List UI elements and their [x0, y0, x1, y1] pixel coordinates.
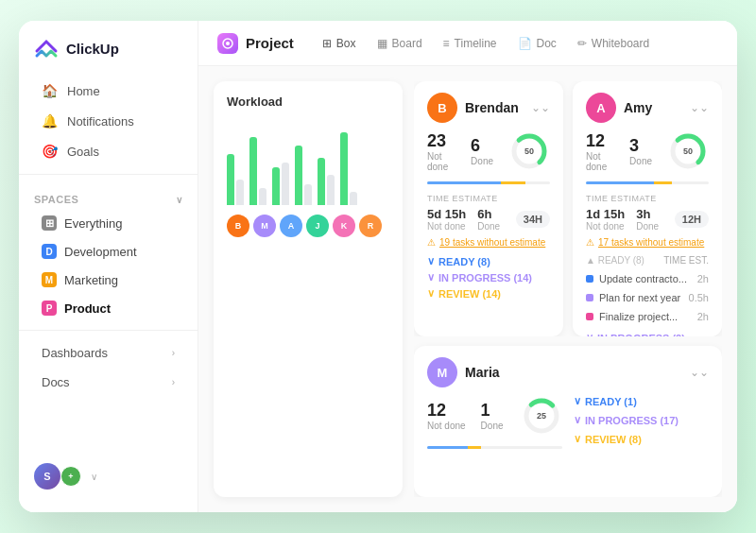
brendan-progress-yellow [501, 181, 525, 184]
brendan-stats: 23 Not done 6 Done [427, 130, 550, 172]
brendan-name: Brendan [465, 100, 519, 115]
sidebar-item-marketing[interactable]: M Marketing [26, 266, 190, 293]
bar-group-4 [295, 146, 312, 205]
brendan-ready-section[interactable]: ∨ READY (8) [427, 255, 550, 267]
amy-card: A Amy ⌄⌄ 12 Not done 3 [573, 81, 722, 336]
maria-review-section[interactable]: ∨ REVIEW (8) [574, 433, 709, 445]
amy-progress-yellow [654, 181, 673, 184]
tab-doc[interactable]: 📄 Doc [508, 31, 566, 56]
amy-time-est-header: TIME EST. [663, 255, 709, 266]
docs-label: Docs [42, 375, 70, 389]
everything-label: Everything [64, 216, 122, 231]
maria-inprogress-section[interactable]: ∨ IN PROGRESS (17) [574, 414, 709, 426]
amy-col-headers: ▲ READY (8) TIME EST. [586, 255, 709, 266]
maria-ready-section[interactable]: ∨ READY (1) [574, 395, 709, 407]
amy-time-badge: 12H [675, 211, 709, 228]
avatar-j: J [306, 215, 329, 237]
bar-gray-1 [236, 180, 244, 205]
tab-box[interactable]: ⊞ Box [313, 31, 366, 56]
bar-gray-3 [282, 163, 289, 205]
amy-task-name-1: Update contracto... [586, 273, 697, 284]
brendan-review-section[interactable]: ∨ REVIEW (14) [427, 287, 550, 300]
amy-task-name-3: Finalize project... [586, 311, 697, 322]
brendan-time-label: TIME ESTIMATE [427, 194, 550, 203]
nav-home[interactable]: 🏠 Home [26, 77, 190, 105]
brendan-expand-icon[interactable]: ⌄⌄ [531, 101, 550, 114]
bar-green-4 [295, 146, 302, 205]
amy-inprogress-section[interactable]: ∨ IN PROGRESS (2) [586, 332, 709, 336]
amy-chevron-ip: ∨ [586, 332, 593, 336]
chevron-inprogress: ∨ [427, 271, 435, 284]
amy-warning-icon: ⚠ [586, 237, 594, 248]
workload-card: Workload [214, 81, 403, 497]
amy-bottom-sections: ∨ IN PROGRESS (2) ∨ REVIEW (3) [586, 332, 709, 336]
nav-dashboards[interactable]: Dashboards › [26, 339, 190, 367]
goals-icon: 🎯 [42, 144, 58, 159]
avatar-brendan: B [227, 215, 249, 237]
user-avatar-primary: S [34, 463, 60, 490]
tab-whiteboard[interactable]: ✏ Whiteboard [568, 31, 659, 56]
chevron-ready: ∨ [427, 255, 435, 267]
workload-avatars: B M A J K R [227, 215, 389, 237]
top-bar: Project ⊞ Box ▦ Board ≡ Timeline 📄 Doc [198, 21, 737, 66]
sidebar-item-everything[interactable]: ⊞ Everything [26, 210, 190, 236]
brendan-header: B Brendan ⌄⌄ [427, 93, 550, 123]
doc-icon: 📄 [518, 37, 532, 50]
chevron-review: ∨ [427, 287, 435, 300]
user-chevron: ∨ [91, 472, 97, 482]
spaces-chevron[interactable]: ∨ [176, 195, 183, 205]
development-icon: D [42, 244, 57, 259]
brendan-done-time: 6h Done [477, 207, 500, 232]
brendan-card: B Brendan ⌄⌄ 23 Not done 6 [414, 81, 563, 336]
dashboards-label: Dashboards [42, 346, 108, 360]
amy-donut: 50 [667, 130, 709, 172]
amy-stats: 12 Not done 3 Done [586, 130, 709, 172]
brendan-inprogress-section[interactable]: ∨ IN PROGRESS (14) [427, 271, 550, 284]
nav-notifications-label: Notifications [67, 114, 134, 129]
bar-green-1 [227, 154, 234, 205]
brendan-time-badge: 34H [516, 211, 550, 228]
project-title: Project [217, 33, 294, 54]
bar-gray-6 [350, 192, 357, 205]
user-avatar-secondary: + [60, 466, 81, 487]
tab-board[interactable]: ▦ Board [368, 31, 432, 56]
nav-goals[interactable]: 🎯 Goals [26, 137, 190, 165]
bar-green-2 [249, 137, 257, 205]
home-icon: 🏠 [42, 83, 58, 98]
sidebar-item-product[interactable]: P Product [26, 295, 190, 321]
amy-ready-col-header: ▲ READY (8) [586, 255, 644, 266]
bar-group-3 [272, 163, 289, 205]
main-content: Project ⊞ Box ▦ Board ≡ Timeline 📄 Doc [198, 21, 737, 512]
nav-notifications[interactable]: 🔔 Notifications [26, 107, 190, 135]
amy-name: Amy [624, 100, 652, 115]
app-container: ClickUp 🏠 Home 🔔 Notifications 🎯 Goals S… [19, 21, 737, 512]
everything-icon: ⊞ [42, 215, 57, 231]
brendan-time-row: 5d 15h Not done 6h Done 34H [427, 207, 550, 232]
bar-gray-4 [304, 184, 312, 205]
bar-group-1 [227, 154, 244, 205]
maria-left: 12 Not done 1 Done [427, 395, 562, 458]
amy-task-2: Plan for next year 0.5h [586, 288, 709, 307]
project-icon [217, 33, 238, 54]
maria-expand-icon[interactable]: ⌄⌄ [690, 366, 709, 379]
tab-timeline[interactable]: ≡ Timeline [434, 31, 507, 56]
amy-warning: ⚠ 17 tasks without estimate [586, 237, 709, 248]
workload-title: Workload [227, 95, 389, 109]
product-icon: P [42, 301, 57, 316]
development-label: Development [64, 245, 137, 259]
nav-docs[interactable]: Docs › [26, 369, 190, 396]
logo[interactable]: ClickUp [19, 36, 198, 76]
project-label: Project [246, 35, 294, 51]
box-icon: ⊞ [322, 37, 332, 50]
bar-green-6 [340, 132, 348, 205]
tab-bar: ⊞ Box ▦ Board ≡ Timeline 📄 Doc ✏ Whit [313, 31, 659, 56]
bar-group-2 [249, 137, 266, 205]
amy-expand-icon[interactable]: ⌄⌄ [690, 101, 709, 114]
user-section[interactable]: S + ∨ [19, 456, 198, 497]
person-cards-column: B Brendan ⌄⌄ 23 Not done 6 [414, 81, 722, 497]
divider-1 [19, 174, 198, 175]
maria-stats: 12 Not done 1 Done [427, 395, 562, 437]
amy-avatar: A [586, 93, 616, 123]
sidebar-item-development[interactable]: D Development [26, 238, 190, 265]
maria-avatar: M [427, 357, 457, 387]
